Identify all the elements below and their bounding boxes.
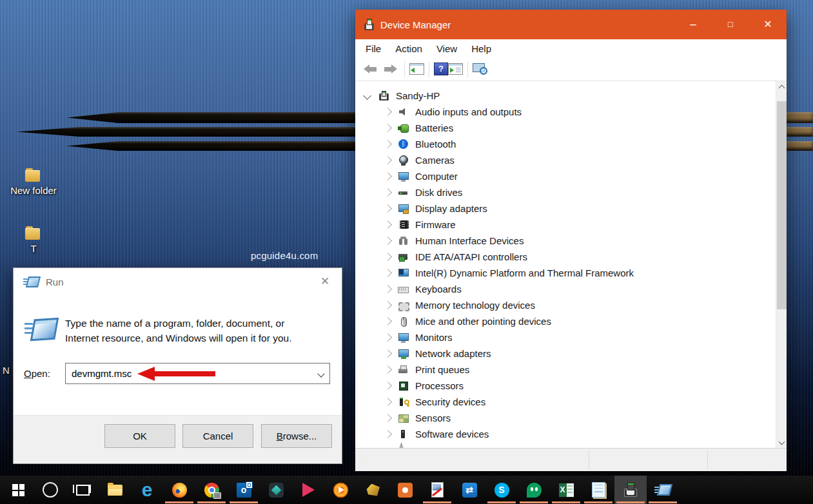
taskbar-item-chrome[interactable] — [195, 476, 228, 504]
browse-button[interactable]: Browse... — [261, 424, 332, 448]
tree-row[interactable]: Mice and other pointing devices — [355, 313, 776, 329]
menu-item-view[interactable]: View — [429, 43, 464, 54]
chevron-collapsed-icon[interactable] — [384, 237, 392, 245]
minimize-button[interactable]: – — [674, 10, 712, 39]
tree-label: Processors — [415, 380, 464, 391]
keyboard-icon — [398, 284, 409, 295]
tree-row[interactable]: Intel(R) Dynamic Platform and Thermal Fr… — [355, 265, 776, 281]
taskbar-item-media-play[interactable] — [292, 476, 324, 504]
chevron-collapsed-icon[interactable] — [384, 124, 392, 132]
taskbar-item-task-view[interactable] — [66, 476, 99, 504]
excel-icon — [559, 483, 574, 497]
taskbar-item-video-editor[interactable] — [260, 476, 292, 504]
chevron-collapsed-icon[interactable] — [384, 188, 392, 197]
chevron-collapsed-icon[interactable] — [384, 365, 392, 374]
taskbar-item-screen-recorder[interactable] — [389, 476, 421, 504]
tree-row-root[interactable]: Sandy-HP — [355, 88, 776, 104]
active-app-underline — [584, 501, 612, 503]
device-manager-titlebar[interactable]: Device Manager – □ ✕ — [355, 10, 787, 39]
ok-button[interactable]: OK — [104, 424, 175, 448]
forward-icon[interactable] — [383, 64, 397, 74]
tree-row[interactable]: Security devices — [355, 394, 776, 410]
back-icon[interactable] — [364, 64, 378, 74]
tree-row[interactable]: Memory technology devices — [355, 297, 776, 313]
tree-row[interactable]: Print queues — [355, 362, 776, 378]
chevron-collapsed-icon[interactable] — [384, 108, 392, 116]
tree-row[interactable]: Audio inputs and outputs — [355, 104, 776, 120]
menu-item-help[interactable]: Help — [464, 43, 498, 54]
desktop-icon-new-folder[interactable]: New folder — [6, 168, 61, 196]
chevron-collapsed-icon[interactable] — [384, 269, 392, 277]
taskbar-item-run[interactable] — [647, 476, 679, 504]
chevron-expanded-icon[interactable] — [363, 92, 371, 100]
tree-row[interactable]: Bluetooth — [355, 136, 776, 152]
tree-row[interactable]: Keyboards — [355, 281, 776, 297]
cancel-button[interactable]: Cancel — [182, 424, 253, 448]
properties-icon[interactable] — [448, 63, 463, 75]
tree-row[interactable]: Disk drives — [355, 184, 776, 200]
chevron-collapsed-icon[interactable] — [384, 156, 392, 164]
chevron-collapsed-icon[interactable] — [384, 349, 392, 358]
taskbar-item-excel[interactable] — [550, 476, 582, 504]
chevron-collapsed-icon[interactable] — [384, 398, 392, 406]
show-console-tree-icon[interactable] — [409, 63, 424, 75]
chevron-collapsed-icon[interactable] — [384, 317, 392, 325]
scrollbar-down-icon[interactable] — [776, 437, 787, 448]
chevron-collapsed-icon[interactable] — [384, 172, 392, 180]
chevron-collapsed-icon[interactable] — [384, 382, 392, 390]
scrollbar-up-icon[interactable] — [776, 81, 787, 92]
taskbar-item-file-explorer[interactable] — [99, 476, 131, 504]
tree-row[interactable]: Network adapters — [355, 345, 776, 362]
taskbar-item-start[interactable] — [2, 476, 34, 504]
taskbar-item-teamviewer[interactable]: ⇄ — [453, 476, 485, 504]
tree-row[interactable]: IDE ATA/ATAPI controllers — [355, 249, 776, 265]
taskbar-item-notepad[interactable] — [582, 476, 614, 504]
taskbar-item-gold-app[interactable] — [357, 476, 389, 504]
taskbar-item-outlook[interactable]: o — [228, 476, 260, 504]
chevron-collapsed-icon[interactable] — [384, 204, 392, 213]
chevron-collapsed-icon[interactable] — [384, 140, 392, 148]
device-manager-icon — [364, 19, 374, 30]
chevron-collapsed-icon[interactable] — [384, 414, 392, 422]
tree-row[interactable]: Human Interface Devices — [355, 233, 776, 249]
watermark-text: pcguide4u.com — [251, 250, 318, 261]
desktop-icon-t[interactable]: T — [6, 226, 61, 254]
menu-item-action[interactable]: Action — [388, 43, 429, 54]
taskbar-item-image-editor[interactable] — [421, 476, 453, 504]
taskbar-item-skype[interactable]: S — [485, 476, 518, 504]
taskbar-item-firefox[interactable] — [163, 476, 195, 504]
taskbar-item-hangouts[interactable] — [518, 476, 550, 504]
scan-hardware-icon[interactable] — [473, 63, 488, 75]
help-icon[interactable]: ? — [434, 63, 448, 75]
chevron-collapsed-icon[interactable] — [384, 301, 392, 309]
tree-row[interactable]: Display adapters — [355, 200, 776, 217]
taskbar-item-media-disc[interactable] — [324, 476, 357, 504]
run-dialog-title: Run — [46, 276, 64, 287]
chevron-collapsed-icon[interactable] — [384, 430, 392, 438]
tree-row[interactable]: Sensors — [355, 410, 776, 426]
scrollbar-thumb[interactable] — [777, 101, 787, 309]
chevron-collapsed-icon[interactable] — [384, 220, 392, 229]
scrollbar[interactable] — [776, 81, 787, 448]
maximize-button[interactable]: □ — [712, 10, 749, 39]
tree-row[interactable]: Monitors — [355, 329, 776, 345]
close-icon[interactable]: ✕ — [318, 275, 332, 288]
tree-row[interactable]: Batteries — [355, 120, 776, 136]
tree-row[interactable]: Cameras — [355, 152, 776, 168]
tree-row[interactable]: Software devices — [355, 426, 776, 442]
tree-row[interactable]: Computer — [355, 168, 776, 184]
tree-row[interactable]: Firmware — [355, 217, 776, 233]
open-input[interactable]: devmgmt.msc — [65, 363, 330, 384]
chevron-collapsed-icon[interactable] — [384, 285, 392, 293]
taskbar-item-device-manager[interactable] — [614, 476, 647, 504]
menu-item-file[interactable]: File — [358, 43, 388, 54]
run-dialog-titlebar[interactable]: Run ✕ — [14, 268, 342, 295]
taskbar-item-edge[interactable]: e — [131, 476, 163, 504]
chevron-down-icon[interactable] — [317, 370, 324, 377]
chevron-collapsed-icon[interactable] — [384, 253, 392, 261]
taskbar-item-cortana[interactable] — [34, 476, 66, 504]
audio-icon — [398, 107, 409, 117]
close-button[interactable]: ✕ — [749, 10, 787, 39]
chevron-collapsed-icon[interactable] — [384, 333, 392, 342]
tree-row[interactable]: Processors — [355, 378, 776, 394]
